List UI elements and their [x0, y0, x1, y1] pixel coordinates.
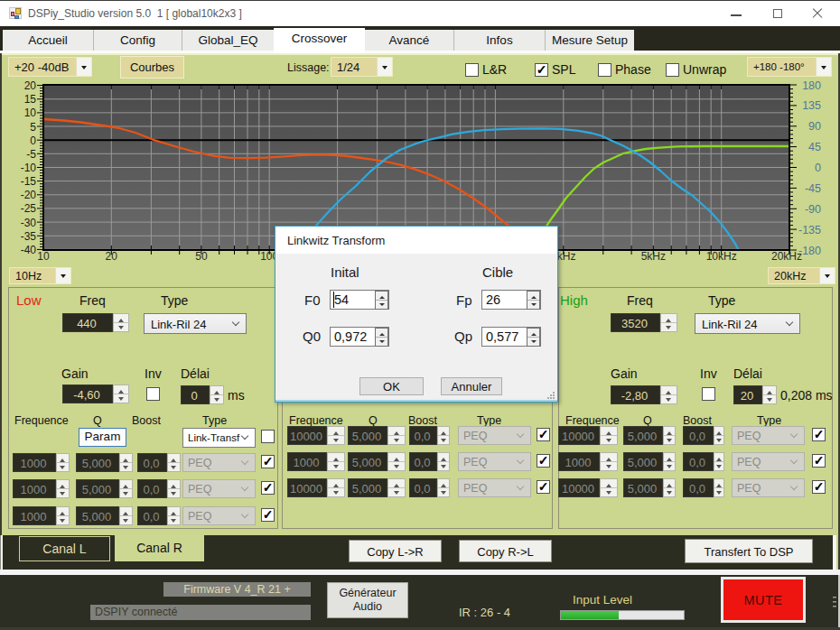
svg-text:-25: -25 [21, 202, 37, 215]
svg-text:20: 20 [106, 250, 118, 263]
svg-text:15: 15 [24, 93, 37, 106]
svg-text:-30: -30 [21, 217, 37, 229]
svg-text:-180: -180 [798, 245, 821, 257]
svg-text:20: 20 [24, 79, 37, 92]
svg-text:10kHz: 10kHz [706, 250, 737, 263]
svg-text:20kHz: 20kHz [771, 250, 802, 263]
svg-text:10: 10 [24, 107, 37, 119]
svg-text:-45: -45 [805, 182, 821, 195]
svg-text:-135: -135 [798, 224, 821, 236]
svg-text:-5: -5 [26, 148, 36, 161]
svg-text:135: 135 [802, 99, 821, 112]
svg-text:-35: -35 [21, 230, 37, 243]
svg-text:-10: -10 [21, 162, 37, 174]
svg-text:-15: -15 [21, 175, 37, 188]
svg-text:0: 0 [815, 162, 821, 174]
svg-text:-40: -40 [21, 244, 37, 256]
svg-text:90: 90 [808, 120, 821, 133]
svg-text:5kHz: 5kHz [641, 250, 666, 263]
svg-text:5: 5 [30, 121, 36, 134]
svg-text:180: 180 [802, 79, 821, 92]
svg-text:-90: -90 [805, 203, 821, 216]
svg-text:-20: -20 [21, 189, 37, 201]
svg-text:0: 0 [30, 134, 36, 147]
svg-text:10: 10 [37, 250, 50, 263]
svg-text:45: 45 [808, 141, 821, 153]
svg-text:50: 50 [195, 250, 208, 263]
